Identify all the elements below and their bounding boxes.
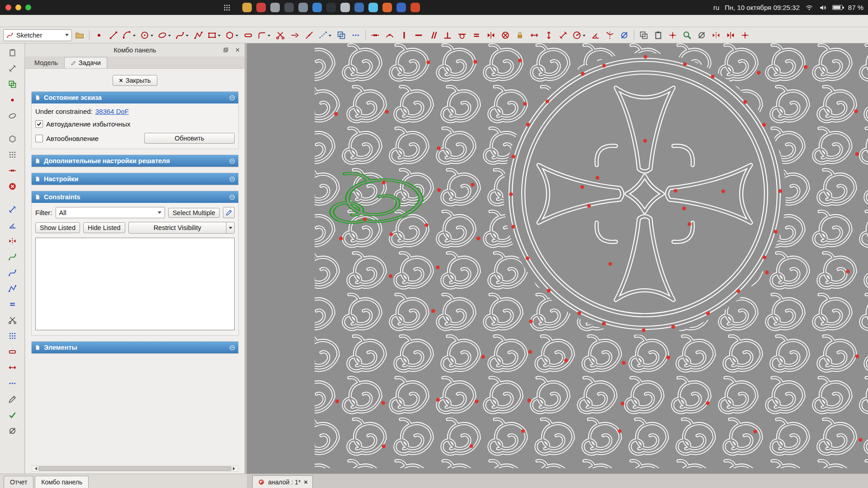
create-fillet[interactable] <box>256 28 273 42</box>
constraint-point-on-object[interactable] <box>383 28 396 42</box>
create-bspline[interactable] <box>174 28 191 42</box>
toggle-driving-constraint[interactable] <box>618 28 631 42</box>
constraint-refraction[interactable] <box>603 28 617 42</box>
taskbar-app-icon-9[interactable] <box>354 3 364 12</box>
volume-icon[interactable] <box>819 4 827 12</box>
create-arc[interactable] <box>121 28 138 42</box>
taskbar-app-icon-10[interactable] <box>368 3 378 12</box>
dock-tab-combo[interactable]: Комбо панель <box>35 476 89 488</box>
menu-tools[interactable] <box>33 15 43 27</box>
left-tool-10[interactable] <box>5 202 19 216</box>
left-tool-22[interactable] <box>5 392 19 406</box>
create-line[interactable] <box>107 28 120 42</box>
create-slot[interactable] <box>241 28 255 42</box>
menu-windows[interactable] <box>63 15 73 27</box>
constraint-perpendicular[interactable] <box>441 28 454 42</box>
keyboard-layout[interactable]: ru <box>713 4 719 11</box>
close-task-button[interactable]: ×Закрыть <box>113 75 157 86</box>
left-tool-8[interactable] <box>5 164 19 177</box>
taskbar-app-icon-6[interactable] <box>312 3 322 12</box>
select-associated-geometry[interactable] <box>637 28 651 42</box>
section-header-elements[interactable]: Элементы <box>32 342 238 353</box>
left-tool-23[interactable] <box>5 408 19 422</box>
select-multiple-button[interactable]: Select Multiple <box>168 208 220 218</box>
menu-file[interactable] <box>4 15 14 27</box>
constraints-list[interactable] <box>35 238 235 330</box>
split-edge[interactable] <box>302 28 316 42</box>
tab-model[interactable]: Модель <box>28 57 64 68</box>
close-tab-icon[interactable]: × <box>304 479 307 486</box>
workbench-selector[interactable]: Sketcher <box>3 29 72 41</box>
left-tool-20[interactable] <box>5 361 19 374</box>
constraint-block[interactable] <box>499 28 512 42</box>
dock-tab-report[interactable]: Отчет <box>4 476 33 488</box>
constraint-distance-y[interactable] <box>542 28 556 42</box>
auto-remove-checkbox[interactable] <box>35 120 43 128</box>
zoom-to-selection[interactable] <box>680 28 694 42</box>
merge-sketches[interactable] <box>724 28 737 42</box>
taskbar-app-icon-12[interactable] <box>396 3 406 12</box>
restrict-visibility-button[interactable]: Restrict Visibility <box>128 222 235 234</box>
left-tool-5[interactable] <box>5 109 19 122</box>
scroll-left-arrow[interactable] <box>32 466 38 471</box>
taskbar-app-icon-4[interactable] <box>284 3 294 12</box>
taskbar-app-icon-3[interactable] <box>270 3 280 12</box>
left-tool-7[interactable] <box>5 148 19 161</box>
panel-horizontal-scrollbar[interactable] <box>32 465 238 472</box>
left-tool-17[interactable] <box>5 313 19 327</box>
section-header-advanced-solver[interactable]: Дополнительные настройки решателя <box>32 155 238 167</box>
open-document[interactable] <box>73 28 86 42</box>
trim-edge[interactable] <box>274 28 287 42</box>
external-geometry[interactable] <box>317 28 334 42</box>
constraint-tangent[interactable] <box>455 28 469 42</box>
taskbar-app-icon-5[interactable] <box>298 3 308 12</box>
constraint-angle[interactable] <box>589 28 602 42</box>
taskbar-app-icon-7[interactable] <box>326 3 336 12</box>
hide-listed-button[interactable]: Hide Listed <box>83 222 125 233</box>
create-polygon[interactable] <box>224 28 241 42</box>
create-circle[interactable] <box>139 28 156 42</box>
left-tool-3[interactable] <box>5 77 19 91</box>
wifi-icon[interactable] <box>805 4 813 12</box>
constraint-parallel[interactable] <box>426 28 440 42</box>
taskbar-app-icon-11[interactable] <box>382 3 392 12</box>
left-tool-9[interactable] <box>5 179 19 193</box>
collapse-icon[interactable] <box>229 176 236 183</box>
mirror-sketch[interactable] <box>709 28 723 42</box>
taskbar-app-icon-8[interactable] <box>340 3 350 12</box>
left-tool-21[interactable] <box>5 376 19 390</box>
left-tool-2[interactable] <box>5 61 19 75</box>
create-rectangle[interactable] <box>206 28 223 42</box>
collapse-icon[interactable] <box>229 94 236 101</box>
float-panel-button[interactable] <box>221 46 230 55</box>
maximize-window-button[interactable] <box>25 5 31 10</box>
select-conflicting-constraints[interactable] <box>666 28 679 42</box>
filter-select[interactable]: All <box>56 207 165 218</box>
constraint-radius[interactable] <box>571 28 588 42</box>
constraint-equal[interactable] <box>470 28 483 42</box>
carbon-copy[interactable] <box>335 28 348 42</box>
construction-mode[interactable] <box>349 28 363 42</box>
constraint-horizontal[interactable] <box>412 28 425 42</box>
dof-link[interactable]: 38364 DoF <box>95 108 129 115</box>
left-tool-19[interactable] <box>5 345 19 358</box>
apps-grid-icon[interactable] <box>222 3 231 12</box>
create-point[interactable] <box>92 28 106 42</box>
clock[interactable]: Пн, 10 октября 09:25:32 <box>725 4 800 11</box>
left-tool-13[interactable] <box>5 250 19 263</box>
left-tool-1[interactable] <box>5 46 19 59</box>
section-header-constraints[interactable]: Constraints <box>32 191 238 203</box>
auto-update-checkbox[interactable] <box>35 135 43 142</box>
section-header-sketch-status[interactable]: Состояние эскиза <box>32 92 238 103</box>
left-tool-16[interactable] <box>5 297 19 311</box>
constraints-settings-button[interactable] <box>223 207 235 218</box>
left-tool-4[interactable] <box>5 93 19 107</box>
document-tab[interactable]: аналой : 1* × <box>252 475 313 488</box>
taskbar-app-icon-13[interactable] <box>410 3 420 12</box>
collapse-icon[interactable] <box>229 158 236 164</box>
left-tool-24[interactable] <box>5 424 19 437</box>
close-window-button[interactable] <box>5 5 11 10</box>
menu-sketch[interactable] <box>53 15 63 27</box>
tab-tasks[interactable]: Задачи <box>64 57 107 68</box>
update-button[interactable]: Обновить <box>144 133 235 144</box>
